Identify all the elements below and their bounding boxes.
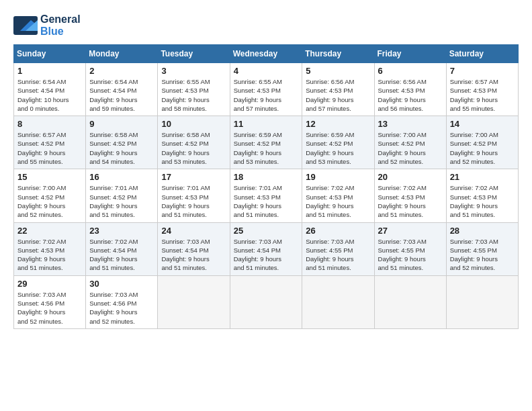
day-info: Sunrise: 7:02 AMSunset: 4:53 PMDaylight:… — [17, 237, 82, 273]
day-info: Sunrise: 7:02 AMSunset: 4:53 PMDaylight:… — [306, 183, 370, 219]
calendar-cell: 21Sunrise: 7:02 AMSunset: 4:53 PMDayligh… — [446, 169, 518, 222]
day-number: 21 — [450, 172, 515, 182]
day-number: 28 — [450, 226, 515, 236]
col-monday: Monday — [86, 45, 158, 63]
day-number: 27 — [378, 226, 443, 236]
logo-text: General Blue — [40, 13, 81, 38]
day-info: Sunrise: 7:01 AMSunset: 4:53 PMDaylight:… — [161, 183, 226, 219]
calendar-cell: 10Sunrise: 6:58 AMSunset: 4:52 PMDayligh… — [158, 116, 230, 169]
col-tuesday: Tuesday — [158, 45, 230, 63]
day-number: 25 — [234, 226, 299, 236]
day-info: Sunrise: 7:00 AMSunset: 4:52 PMDaylight:… — [378, 130, 443, 166]
day-info: Sunrise: 7:03 AMSunset: 4:55 PMDaylight:… — [450, 237, 515, 273]
calendar-cell: 1Sunrise: 6:54 AMSunset: 4:54 PMDaylight… — [14, 63, 86, 116]
day-number: 22 — [17, 226, 82, 236]
calendar-cell: 23Sunrise: 7:02 AMSunset: 4:54 PMDayligh… — [86, 222, 158, 275]
logo-icon — [13, 16, 38, 35]
day-number: 10 — [161, 119, 226, 129]
calendar-cell: 27Sunrise: 7:03 AMSunset: 4:55 PMDayligh… — [374, 222, 446, 275]
day-number: 24 — [161, 226, 226, 236]
calendar-cell: 20Sunrise: 7:02 AMSunset: 4:53 PMDayligh… — [374, 169, 446, 222]
day-info: Sunrise: 7:03 AMSunset: 4:54 PMDaylight:… — [161, 237, 226, 273]
day-info: Sunrise: 7:01 AMSunset: 4:53 PMDaylight:… — [234, 183, 299, 219]
calendar-cell: 11Sunrise: 6:59 AMSunset: 4:52 PMDayligh… — [230, 116, 302, 169]
day-info: Sunrise: 6:56 AMSunset: 4:53 PMDaylight:… — [306, 77, 370, 113]
col-thursday: Thursday — [302, 45, 374, 63]
calendar-cell — [446, 275, 518, 328]
day-info: Sunrise: 7:02 AMSunset: 4:53 PMDaylight:… — [378, 183, 443, 219]
calendar-table: Sunday Monday Tuesday Wednesday Thursday… — [13, 44, 519, 329]
day-info: Sunrise: 7:03 AMSunset: 4:56 PMDaylight:… — [89, 290, 154, 326]
calendar-cell: 16Sunrise: 7:01 AMSunset: 4:52 PMDayligh… — [86, 169, 158, 222]
calendar-cell: 2Sunrise: 6:54 AMSunset: 4:54 PMDaylight… — [86, 63, 158, 116]
page-header: General Blue — [13, 13, 519, 38]
calendar-cell: 24Sunrise: 7:03 AMSunset: 4:54 PMDayligh… — [158, 222, 230, 275]
day-info: Sunrise: 7:00 AMSunset: 4:52 PMDaylight:… — [17, 183, 82, 219]
day-info: Sunrise: 7:03 AMSunset: 4:54 PMDaylight:… — [234, 237, 299, 273]
calendar-cell: 29Sunrise: 7:03 AMSunset: 4:56 PMDayligh… — [14, 275, 86, 328]
col-wednesday: Wednesday — [230, 45, 302, 63]
calendar-cell: 30Sunrise: 7:03 AMSunset: 4:56 PMDayligh… — [86, 275, 158, 328]
day-number: 12 — [306, 119, 370, 129]
calendar-cell: 22Sunrise: 7:02 AMSunset: 4:53 PMDayligh… — [14, 222, 86, 275]
calendar-cell: 12Sunrise: 6:59 AMSunset: 4:52 PMDayligh… — [302, 116, 374, 169]
day-info: Sunrise: 6:55 AMSunset: 4:53 PMDaylight:… — [161, 77, 226, 113]
day-number: 13 — [378, 119, 443, 129]
day-number: 15 — [17, 172, 82, 182]
calendar-cell — [230, 275, 302, 328]
day-info: Sunrise: 6:58 AMSunset: 4:52 PMDaylight:… — [89, 130, 154, 166]
day-info: Sunrise: 7:01 AMSunset: 4:52 PMDaylight:… — [89, 183, 154, 219]
calendar-header-row: Sunday Monday Tuesday Wednesday Thursday… — [14, 45, 519, 63]
day-info: Sunrise: 7:03 AMSunset: 4:55 PMDaylight:… — [378, 237, 443, 273]
day-info: Sunrise: 6:54 AMSunset: 4:54 PMDaylight:… — [89, 77, 154, 113]
calendar-week-row: 22Sunrise: 7:02 AMSunset: 4:53 PMDayligh… — [14, 222, 519, 275]
day-number: 2 — [89, 66, 154, 76]
day-number: 23 — [89, 226, 154, 236]
day-number: 16 — [89, 172, 154, 182]
day-info: Sunrise: 6:59 AMSunset: 4:52 PMDaylight:… — [234, 130, 299, 166]
calendar-week-row: 1Sunrise: 6:54 AMSunset: 4:54 PMDaylight… — [14, 63, 519, 116]
calendar-week-row: 29Sunrise: 7:03 AMSunset: 4:56 PMDayligh… — [14, 275, 519, 328]
day-number: 26 — [306, 226, 370, 236]
calendar-cell: 3Sunrise: 6:55 AMSunset: 4:53 PMDaylight… — [158, 63, 230, 116]
col-sunday: Sunday — [14, 45, 86, 63]
calendar-cell — [302, 275, 374, 328]
day-info: Sunrise: 7:03 AMSunset: 4:56 PMDaylight:… — [17, 290, 82, 326]
day-info: Sunrise: 7:03 AMSunset: 4:55 PMDaylight:… — [306, 237, 370, 273]
day-number: 20 — [378, 172, 443, 182]
day-info: Sunrise: 6:57 AMSunset: 4:53 PMDaylight:… — [450, 77, 515, 113]
day-number: 18 — [234, 172, 299, 182]
day-number: 14 — [450, 119, 515, 129]
day-info: Sunrise: 6:58 AMSunset: 4:52 PMDaylight:… — [161, 130, 226, 166]
calendar-cell: 7Sunrise: 6:57 AMSunset: 4:53 PMDaylight… — [446, 63, 518, 116]
day-info: Sunrise: 7:02 AMSunset: 4:54 PMDaylight:… — [89, 237, 154, 273]
calendar-week-row: 8Sunrise: 6:57 AMSunset: 4:52 PMDaylight… — [14, 116, 519, 169]
day-number: 4 — [234, 66, 299, 76]
calendar-cell: 13Sunrise: 7:00 AMSunset: 4:52 PMDayligh… — [374, 116, 446, 169]
day-number: 6 — [378, 66, 443, 76]
day-number: 3 — [161, 66, 226, 76]
day-info: Sunrise: 6:54 AMSunset: 4:54 PMDaylight:… — [17, 77, 82, 113]
calendar-cell: 6Sunrise: 6:56 AMSunset: 4:53 PMDaylight… — [374, 63, 446, 116]
day-info: Sunrise: 6:56 AMSunset: 4:53 PMDaylight:… — [378, 77, 443, 113]
day-number: 5 — [306, 66, 370, 76]
day-number: 1 — [17, 66, 82, 76]
day-info: Sunrise: 6:57 AMSunset: 4:52 PMDaylight:… — [17, 130, 82, 166]
calendar-cell: 17Sunrise: 7:01 AMSunset: 4:53 PMDayligh… — [158, 169, 230, 222]
day-number: 30 — [89, 279, 154, 289]
day-number: 29 — [17, 279, 82, 289]
calendar-cell: 8Sunrise: 6:57 AMSunset: 4:52 PMDaylight… — [14, 116, 86, 169]
calendar-cell: 14Sunrise: 7:00 AMSunset: 4:52 PMDayligh… — [446, 116, 518, 169]
day-number: 7 — [450, 66, 515, 76]
calendar-cell: 9Sunrise: 6:58 AMSunset: 4:52 PMDaylight… — [86, 116, 158, 169]
day-number: 19 — [306, 172, 370, 182]
calendar-cell: 18Sunrise: 7:01 AMSunset: 4:53 PMDayligh… — [230, 169, 302, 222]
calendar-cell: 26Sunrise: 7:03 AMSunset: 4:55 PMDayligh… — [302, 222, 374, 275]
day-info: Sunrise: 6:55 AMSunset: 4:53 PMDaylight:… — [234, 77, 299, 113]
calendar-cell: 4Sunrise: 6:55 AMSunset: 4:53 PMDaylight… — [230, 63, 302, 116]
day-number: 17 — [161, 172, 226, 182]
logo: General Blue — [13, 13, 81, 38]
day-number: 11 — [234, 119, 299, 129]
day-info: Sunrise: 7:02 AMSunset: 4:53 PMDaylight:… — [450, 183, 515, 219]
col-friday: Friday — [374, 45, 446, 63]
